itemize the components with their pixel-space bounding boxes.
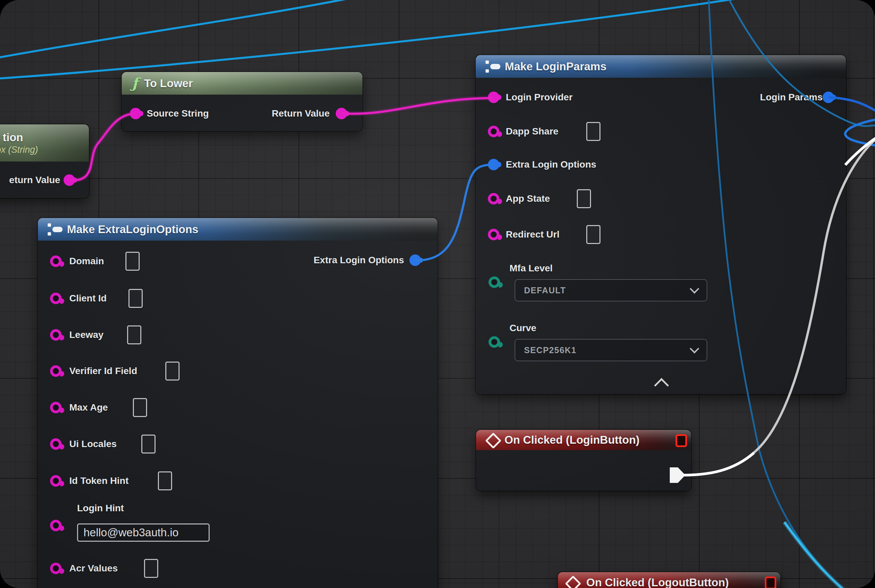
pin-label-client-id: Client Id — [69, 292, 107, 304]
node-on-clicked-logoutbutton[interactable]: On Clicked (LogoutButton) — [558, 572, 780, 588]
collapse-node-chevron[interactable] — [654, 378, 669, 393]
chevron-down-icon — [690, 284, 699, 294]
event-diamond-icon — [565, 576, 581, 588]
pin-label-login-hint: Login Hint — [77, 502, 124, 514]
pin-label-max-age: Max Age — [69, 402, 108, 413]
pin-label-curve: Curve — [510, 322, 536, 334]
node-make-extraloginoptions[interactable]: Make ExtraLoginOptions Domain Client Id … — [38, 218, 438, 588]
node-to-lower[interactable]: ƒ To Lower Source String Return Value — [122, 72, 362, 131]
node-title: Make ExtraLoginOptions — [67, 223, 198, 236]
mfa-level-value: DEFAULT — [524, 285, 566, 296]
chevron-down-icon — [690, 344, 699, 354]
checkbox-app-state[interactable] — [577, 189, 591, 208]
input-pin-app-state[interactable] — [488, 193, 499, 204]
pin-label-leeway: Leeway — [69, 329, 104, 340]
node-title: To Lower — [144, 77, 193, 90]
node-title: Make LoginParams — [505, 60, 607, 73]
pin-label-extra-login-options-out: Extra Login Options — [296, 255, 404, 266]
checkbox-redirect-url[interactable] — [586, 225, 600, 244]
pin-label-verifier-id-field: Verifier Id Field — [69, 365, 137, 377]
curve-dropdown[interactable]: SECP256K1 — [514, 339, 707, 361]
pin-label-ui-locales: Ui Locales — [69, 438, 117, 450]
input-pin-client-id[interactable] — [50, 292, 62, 304]
pin-label-login-params-out: Login Params — [741, 92, 822, 103]
input-pin-verifier-id-field[interactable] — [50, 365, 62, 377]
input-pin-redirect-url[interactable] — [488, 229, 499, 240]
make-struct-icon — [485, 60, 501, 74]
login-hint-text-input[interactable]: hello@web3auth.io — [77, 524, 210, 542]
input-pin-login-hint[interactable] — [50, 520, 62, 531]
blueprint-graph-canvas[interactable]: tion ox (String) eturn Value ƒ To Lower … — [0, 0, 875, 588]
make-struct-icon — [47, 222, 63, 237]
node-title-fragment: tion — [3, 131, 23, 144]
delegate-pin[interactable] — [765, 576, 776, 588]
checkbox-ui-locales[interactable] — [141, 435, 155, 453]
input-pin-acr-values[interactable] — [50, 562, 62, 574]
pin-label-domain: Domain — [69, 255, 104, 267]
pin-label-source-string: Source String — [147, 108, 209, 119]
input-pin-max-age[interactable] — [50, 402, 62, 413]
mfa-level-dropdown[interactable]: DEFAULT — [514, 279, 707, 302]
pin-label-dapp-share: Dapp Share — [506, 126, 559, 137]
pin-label-app-state: App State — [506, 193, 550, 204]
node-title: On Clicked (LogoutButton) — [586, 576, 729, 588]
pin-label-acr-values: Acr Values — [69, 562, 118, 574]
node-subtitle-fragment: ox (String) — [0, 145, 38, 155]
pin-label-return-value: Return Value — [255, 108, 330, 119]
checkbox-verifier-id-field[interactable] — [165, 362, 179, 381]
checkbox-dapp-share[interactable] — [586, 122, 600, 141]
checkbox-id-token-hint[interactable] — [158, 471, 172, 490]
event-diamond-icon — [485, 432, 501, 449]
input-pin-mfa-level[interactable] — [489, 276, 500, 288]
pin-label-extra-login-options: Extra Login Options — [506, 159, 597, 170]
input-pin-curve[interactable] — [489, 336, 500, 348]
input-pin-id-token-hint[interactable] — [50, 475, 62, 487]
input-pin-domain[interactable] — [50, 255, 62, 267]
input-pin-ui-locales[interactable] — [50, 438, 62, 450]
function-icon: ƒ — [132, 75, 138, 92]
checkbox-acr-values[interactable] — [144, 559, 158, 578]
node-partial-function[interactable]: tion ox (String) eturn Value — [0, 124, 89, 198]
checkbox-leeway[interactable] — [127, 326, 141, 344]
input-pin-leeway[interactable] — [50, 329, 62, 340]
checkbox-max-age[interactable] — [133, 398, 147, 417]
node-make-loginparams[interactable]: Make LoginParams Login Provider Dapp Sha… — [476, 55, 846, 394]
delegate-pin[interactable] — [675, 434, 687, 447]
node-on-clicked-loginbutton[interactable]: On Clicked (LoginButton) — [476, 430, 691, 490]
checkbox-domain[interactable] — [125, 252, 140, 271]
pin-label-mfa-level: Mfa Level — [510, 262, 553, 274]
node-title: On Clicked (LoginButton) — [504, 434, 640, 446]
pin-label-redirect-url: Redirect Url — [506, 229, 559, 240]
pin-label-return-value: eturn Value — [0, 174, 60, 186]
checkbox-client-id[interactable] — [128, 289, 143, 308]
pin-label-login-provider: Login Provider — [506, 92, 573, 103]
curve-value: SECP256K1 — [524, 345, 576, 355]
input-pin-dapp-share[interactable] — [488, 126, 499, 137]
pin-label-id-token-hint: Id Token Hint — [69, 475, 128, 487]
